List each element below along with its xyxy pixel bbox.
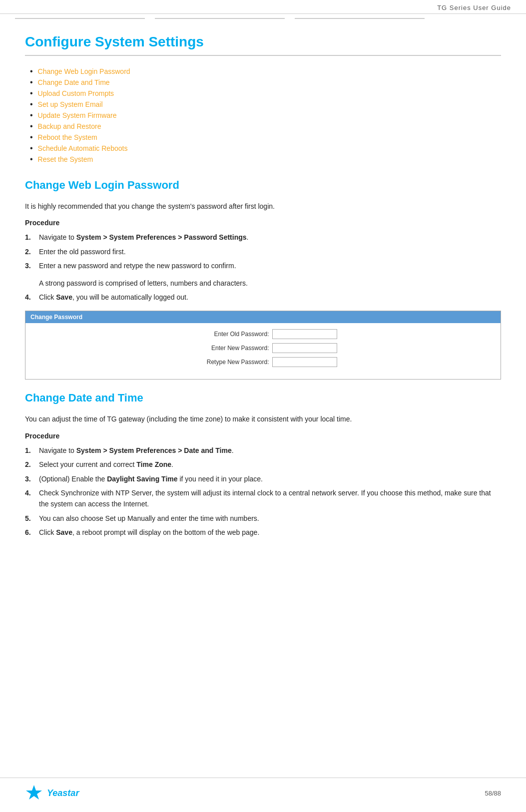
cp-label-new: Enter New Password: [189, 345, 269, 352]
step-bold: Save [56, 528, 72, 536]
dec-line-3 [295, 18, 425, 19]
section2-step-3: 3. (Optional) Enable the Daylight Saving… [25, 473, 501, 484]
step-num: 1. [25, 445, 39, 456]
step-num: 2. [25, 246, 39, 257]
cp-label-old: Enter Old Password: [189, 331, 269, 338]
cp-box-header: Change Password [25, 311, 501, 323]
header: TG Series User Guide [0, 0, 526, 14]
toc-item-4[interactable]: Set up System Email [30, 100, 501, 109]
footer: Yeastar 58/88 [0, 778, 526, 802]
step-content: Navigate to System > System Preferences … [39, 232, 501, 243]
section2-heading: Change Date and Time [25, 392, 501, 405]
section2-step-6: 6. Click Save, a reboot prompt will disp… [25, 527, 501, 538]
main-content: Configure System Settings Change Web Log… [0, 19, 526, 576]
page-title: Configure System Settings [25, 34, 501, 50]
toc-item-9[interactable]: Reset the System [30, 155, 501, 164]
section2-intro: You can adjust the time of TG gateway (i… [25, 413, 501, 424]
footer-page-number: 58/88 [485, 790, 501, 797]
step-bold: Daylight Saving Time [107, 475, 177, 483]
section2-step-4: 4. Check Synchronize with NTP Server, th… [25, 487, 501, 510]
change-password-box: Change Password Enter Old Password: Ente… [25, 311, 501, 380]
step-num: 5. [25, 513, 39, 524]
step-num: 4. [25, 292, 39, 303]
cp-label-retype: Retype New Password: [189, 359, 269, 366]
toc-item-7[interactable]: Reboot the System [30, 133, 501, 142]
title-underline [25, 55, 501, 56]
toc-item-2[interactable]: Change Date and Time [30, 78, 501, 87]
step-bold: System > System Preferences > Password S… [76, 233, 247, 241]
svg-marker-0 [26, 785, 42, 800]
section2-step-5: 5. You can also choose Set up Manually a… [25, 513, 501, 524]
step-bold: Save [56, 293, 72, 301]
toc-item-8[interactable]: Schedule Automatic Reboots [30, 144, 501, 153]
section2-procedure-label: Procedure [25, 432, 501, 440]
cp-input-retype[interactable] [272, 357, 337, 367]
toc-link-8[interactable]: Schedule Automatic Reboots [38, 144, 128, 152]
section1-procedure-label: Procedure [25, 219, 501, 227]
dec-line-2 [155, 18, 285, 19]
section1-heading: Change Web Login Password [25, 179, 501, 192]
toc-list: Change Web Login Password Change Date an… [25, 67, 501, 164]
step-bold: System > System Preferences > Date and T… [76, 446, 232, 454]
step-content: Enter the old password first. [39, 246, 501, 257]
toc-link-5[interactable]: Update System Firmware [38, 111, 117, 119]
step-content: Navigate to System > System Preferences … [39, 445, 501, 456]
section2-step-1: 1. Navigate to System > System Preferenc… [25, 445, 501, 456]
section1-step-3: 3. Enter a new password and retype the n… [25, 260, 501, 271]
section1-sub-para: A strong password is comprised of letter… [25, 278, 501, 289]
step-content: (Optional) Enable the Daylight Saving Ti… [39, 473, 501, 484]
step-num: 4. [25, 487, 39, 510]
yeastar-logo-icon [25, 784, 43, 802]
footer-logo: Yeastar [25, 784, 79, 802]
section1-step-4: 4. Click Save, you will be automatically… [25, 292, 501, 303]
section1-step-1: 1. Navigate to System > System Preferenc… [25, 232, 501, 243]
section1-steps: 1. Navigate to System > System Preferenc… [25, 232, 501, 271]
step-content: Click Save, you will be automatically lo… [39, 292, 501, 303]
step-content: Enter a new password and retype the new … [39, 260, 501, 271]
step-content: Click Save, a reboot prompt will display… [39, 527, 501, 538]
step-num: 2. [25, 459, 39, 470]
header-title: TG Series User Guide [437, 4, 511, 11]
toc-link-6[interactable]: Backup and Restore [38, 122, 101, 130]
step-content: You can also choose Set up Manually and … [39, 513, 501, 524]
toc-link-4[interactable]: Set up System Email [38, 100, 103, 108]
toc-item-3[interactable]: Upload Custom Prompts [30, 89, 501, 98]
cp-field-row-old: Enter Old Password: [35, 329, 491, 339]
toc-link-7[interactable]: Reboot the System [38, 133, 97, 141]
section1-intro: It is highly recommended that you change… [25, 201, 501, 212]
cp-box-body: Enter Old Password: Enter New Password: … [25, 323, 501, 379]
toc-link-9[interactable]: Reset the System [38, 155, 93, 163]
cp-field-row-new: Enter New Password: [35, 343, 491, 353]
toc-link-1[interactable]: Change Web Login Password [38, 67, 130, 75]
cp-field-row-retype: Retype New Password: [35, 357, 491, 367]
toc-item-5[interactable]: Update System Firmware [30, 111, 501, 120]
dec-line-1 [15, 18, 145, 19]
footer-logo-text: Yeastar [47, 788, 79, 799]
decorative-lines [0, 14, 526, 19]
toc-link-2[interactable]: Change Date and Time [38, 78, 110, 86]
toc-item-6[interactable]: Backup and Restore [30, 122, 501, 131]
step-bold: Time Zone [136, 460, 171, 468]
step-num: 3. [25, 260, 39, 271]
step-num: 3. [25, 473, 39, 484]
toc-item-1[interactable]: Change Web Login Password [30, 67, 501, 76]
step-content: Check Synchronize with NTP Server, the s… [39, 487, 501, 510]
step-content: Select your current and correct Time Zon… [39, 459, 501, 470]
cp-input-new[interactable] [272, 343, 337, 353]
section2-steps: 1. Navigate to System > System Preferenc… [25, 445, 501, 538]
step-num: 1. [25, 232, 39, 243]
section2-step-2: 2. Select your current and correct Time … [25, 459, 501, 470]
section1-steps-cont: 4. Click Save, you will be automatically… [25, 292, 501, 303]
cp-input-old[interactable] [272, 329, 337, 339]
step-num: 6. [25, 527, 39, 538]
toc-link-3[interactable]: Upload Custom Prompts [38, 89, 114, 97]
section1-step-2: 2. Enter the old password first. [25, 246, 501, 257]
